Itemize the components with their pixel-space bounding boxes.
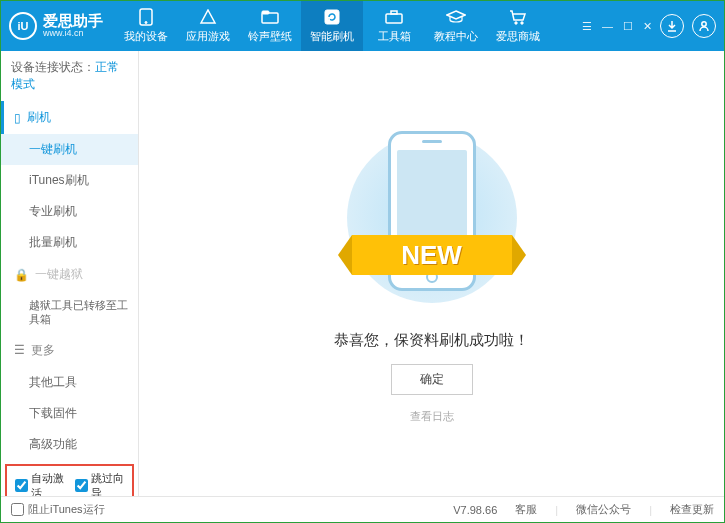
svg-point-1 <box>145 22 147 24</box>
download-button[interactable] <box>660 14 684 38</box>
svg-rect-6 <box>391 11 397 14</box>
minimize-button[interactable]: — <box>602 20 613 32</box>
nav-apps-games[interactable]: 应用游戏 <box>177 1 239 51</box>
device-icon <box>136 8 156 26</box>
user-button[interactable] <box>692 14 716 38</box>
phone-icon: ▯ <box>14 111 21 125</box>
graduation-icon <box>446 8 466 26</box>
lock-icon: 🔒 <box>14 268 29 282</box>
success-illustration: NEW <box>332 123 532 313</box>
window-controls: ☰ — ☐ ✕ <box>582 20 652 33</box>
sidebar-item-other-tools[interactable]: 其他工具 <box>1 367 138 398</box>
section-more[interactable]: ☰ 更多 <box>1 334 138 367</box>
maximize-button[interactable]: ☐ <box>623 20 633 33</box>
checkbox-auto-activate[interactable]: 自动激活 <box>15 471 65 496</box>
settings-button[interactable]: ☰ <box>582 20 592 33</box>
brand-url: www.i4.cn <box>43 29 103 39</box>
ok-button[interactable]: 确定 <box>391 364 473 395</box>
cart-icon <box>508 8 528 26</box>
logo-icon: iU <box>9 12 37 40</box>
version-label: V7.98.66 <box>453 504 497 516</box>
top-nav: 我的设备 应用游戏 铃声壁纸 智能刷机 工具箱 教程中心 爱思商城 <box>115 1 582 51</box>
logo: iU 爱思助手 www.i4.cn <box>9 12 103 40</box>
nav-ringtone-wallpaper[interactable]: 铃声壁纸 <box>239 1 301 51</box>
toolbox-icon <box>384 8 404 26</box>
refresh-icon <box>322 8 342 26</box>
update-link[interactable]: 检查更新 <box>670 502 714 517</box>
sidebar-item-download-fw[interactable]: 下载固件 <box>1 398 138 429</box>
body: 设备连接状态：正常模式 ▯ 刷机 一键刷机 iTunes刷机 专业刷机 批量刷机… <box>1 51 724 496</box>
success-message: 恭喜您，保资料刷机成功啦！ <box>334 331 529 350</box>
title-bar: iU 爱思助手 www.i4.cn 我的设备 应用游戏 铃声壁纸 智能刷机 工具… <box>1 1 724 51</box>
sidebar-item-advanced[interactable]: 高级功能 <box>1 429 138 460</box>
svg-rect-5 <box>386 14 402 23</box>
sidebar-item-oneclick-flash[interactable]: 一键刷机 <box>1 134 138 165</box>
svg-rect-3 <box>262 11 269 14</box>
status-bar: 阻止iTunes运行 V7.98.66 客服| 微信公众号| 检查更新 <box>1 496 724 522</box>
checkbox-skip-guide[interactable]: 跳过向导 <box>75 471 125 496</box>
wechat-link[interactable]: 微信公众号 <box>576 502 631 517</box>
sidebar: 设备连接状态：正常模式 ▯ 刷机 一键刷机 iTunes刷机 专业刷机 批量刷机… <box>1 51 139 496</box>
nav-my-device[interactable]: 我的设备 <box>115 1 177 51</box>
brand-name: 爱思助手 <box>43 13 103 30</box>
main-content: NEW 恭喜您，保资料刷机成功啦！ 确定 查看日志 <box>139 51 724 496</box>
apps-icon <box>198 8 218 26</box>
view-log-link[interactable]: 查看日志 <box>410 409 454 424</box>
highlighted-checkbox-area: 自动激活 跳过向导 <box>5 464 134 496</box>
checkbox-block-itunes[interactable]: 阻止iTunes运行 <box>11 502 105 517</box>
nav-store[interactable]: 爱思商城 <box>487 1 549 51</box>
section-flash[interactable]: ▯ 刷机 <box>1 101 138 134</box>
new-ribbon: NEW <box>352 235 512 275</box>
sidebar-item-batch-flash[interactable]: 批量刷机 <box>1 227 138 258</box>
jailbreak-note: 越狱工具已转移至工具箱 <box>1 291 138 334</box>
section-jailbreak: 🔒 一键越狱 <box>1 258 138 291</box>
sidebar-item-pro-flash[interactable]: 专业刷机 <box>1 196 138 227</box>
svg-point-7 <box>515 22 517 24</box>
svg-rect-4 <box>325 10 339 24</box>
nav-smart-flash[interactable]: 智能刷机 <box>301 1 363 51</box>
nav-toolbox[interactable]: 工具箱 <box>363 1 425 51</box>
sidebar-item-itunes-flash[interactable]: iTunes刷机 <box>1 165 138 196</box>
service-link[interactable]: 客服 <box>515 502 537 517</box>
svg-point-9 <box>702 22 706 26</box>
svg-point-8 <box>521 22 523 24</box>
nav-tutorials[interactable]: 教程中心 <box>425 1 487 51</box>
app-window: iU 爱思助手 www.i4.cn 我的设备 应用游戏 铃声壁纸 智能刷机 工具… <box>0 0 725 523</box>
close-button[interactable]: ✕ <box>643 20 652 33</box>
folder-icon <box>260 8 280 26</box>
menu-icon: ☰ <box>14 343 25 357</box>
connection-status: 设备连接状态：正常模式 <box>1 51 138 101</box>
